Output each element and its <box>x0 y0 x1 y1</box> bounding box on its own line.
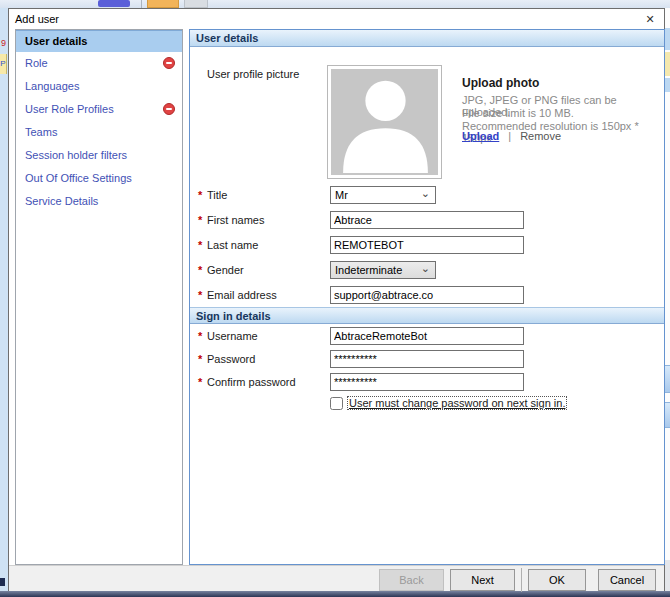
confirm-password-label: Confirm password <box>207 376 296 388</box>
change-password-checkbox-label[interactable]: User must change password on next sign i… <box>347 396 567 410</box>
field-row-title: * Title Mr ⌄ <box>190 186 664 204</box>
sidebar-item-label: User Role Profiles <box>25 103 114 115</box>
error-minus-icon <box>163 103 175 115</box>
email-label: Email address <box>207 289 277 301</box>
password-input[interactable] <box>330 350 524 368</box>
sidebar-item-label: Out Of Office Settings <box>25 172 132 184</box>
sidebar-item-service-details[interactable]: Service Details <box>16 190 182 213</box>
upload-help-line-2: File size limit is 10 MB. <box>462 107 574 119</box>
sidebar-item-label: Languages <box>25 80 79 92</box>
sidebar-item-label: Teams <box>25 126 57 138</box>
required-marker: * <box>198 330 202 342</box>
dialog-footer: Back Next OK Cancel <box>9 565 664 591</box>
title-label: Title <box>207 189 227 201</box>
required-marker: * <box>198 264 202 276</box>
dialog-titlebar: Add user ✕ <box>9 9 664 29</box>
chevron-down-icon: ⌄ <box>421 262 430 275</box>
background-text-fragment <box>0 578 5 586</box>
person-silhouette-icon <box>331 69 438 175</box>
background-tag-fragment: P <box>0 54 7 74</box>
ok-button[interactable]: OK <box>528 569 586 591</box>
field-row-email: * Email address <box>190 286 664 304</box>
link-separator: | <box>508 130 511 142</box>
sidebar-item-session-holder-filters[interactable]: Session holder filters <box>16 144 182 167</box>
username-label: Username <box>207 330 258 342</box>
background-left-strip: 9 P <box>0 8 8 591</box>
background-toolbar-orange-button <box>147 0 179 8</box>
sidebar-item-label: Session holder filters <box>25 149 127 161</box>
upload-photo-heading: Upload photo <box>462 76 539 90</box>
sidebar-item-label: Role <box>25 57 48 69</box>
first-names-label: First names <box>207 214 264 226</box>
gender-select[interactable]: Indeterminate ⌄ <box>330 261 436 279</box>
sidebar: User details Role Languages User Role Pr… <box>15 29 183 565</box>
back-button[interactable]: Back <box>379 569 444 591</box>
main-panel: User details User profile picture Upload… <box>189 29 665 565</box>
screen: 9 P Add user ✕ User details Role Languag… <box>0 0 670 597</box>
required-marker: * <box>198 376 202 388</box>
upload-link[interactable]: Upload <box>462 130 499 142</box>
sidebar-item-languages[interactable]: Languages <box>16 75 182 98</box>
confirm-password-input[interactable] <box>330 373 524 391</box>
background-toolbar-icon <box>98 0 130 7</box>
sidebar-item-teams[interactable]: Teams <box>16 121 182 144</box>
change-password-checkbox[interactable] <box>330 397 343 410</box>
field-row-gender: * Gender Indeterminate ⌄ <box>190 261 664 279</box>
field-row-first-names: * First names <box>190 211 664 229</box>
required-marker: * <box>198 189 202 201</box>
field-row-username: * Username <box>190 327 664 345</box>
required-marker: * <box>198 289 202 301</box>
next-button[interactable]: Next <box>450 569 515 591</box>
profile-picture-label: User profile picture <box>207 68 299 80</box>
remove-link[interactable]: Remove <box>520 130 561 142</box>
sidebar-item-user-details[interactable]: User details <box>16 30 182 52</box>
field-row-confirm-password: * Confirm password <box>190 373 664 391</box>
title-select-value: Mr <box>335 189 348 201</box>
user-details-section-header: User details <box>190 30 664 47</box>
gender-select-value: Indeterminate <box>335 264 402 276</box>
background-toolbar-gray-button <box>184 0 208 8</box>
first-names-input[interactable] <box>330 211 524 229</box>
field-row-password: * Password <box>190 350 664 368</box>
cancel-button[interactable]: Cancel <box>598 569 656 591</box>
title-select[interactable]: Mr ⌄ <box>330 186 436 204</box>
background-number-fragment: 9 <box>1 38 6 48</box>
required-marker: * <box>198 353 202 365</box>
sidebar-item-user-role-profiles[interactable]: User Role Profiles <box>16 98 182 121</box>
sign-in-details-section-header: Sign in details <box>190 307 664 324</box>
change-password-checkbox-row: User must change password on next sign i… <box>330 395 567 411</box>
sidebar-item-label: User details <box>25 35 87 47</box>
sidebar-item-label: Service Details <box>25 195 98 207</box>
chevron-down-icon: ⌄ <box>421 187 430 200</box>
dialog-title: Add user <box>15 13 59 25</box>
error-minus-icon <box>163 57 175 69</box>
background-toolbar-separator <box>141 0 142 8</box>
email-input[interactable] <box>330 286 524 304</box>
gender-label: Gender <box>207 264 244 276</box>
background-top-strip <box>0 0 670 8</box>
profile-picture-placeholder <box>327 65 442 179</box>
last-name-input[interactable] <box>330 236 524 254</box>
background-bottom-strip <box>0 591 670 597</box>
add-user-dialog: Add user ✕ User details Role Languages U… <box>8 8 665 591</box>
sidebar-item-role[interactable]: Role <box>16 52 182 75</box>
required-marker: * <box>198 214 202 226</box>
last-name-label: Last name <box>207 239 258 251</box>
upload-links-row: Upload|Remove <box>462 130 561 142</box>
button-separator <box>521 568 522 592</box>
close-icon[interactable]: ✕ <box>642 11 658 27</box>
field-row-last-name: * Last name <box>190 236 664 254</box>
username-input[interactable] <box>330 327 524 345</box>
password-label: Password <box>207 353 255 365</box>
required-marker: * <box>198 239 202 251</box>
sidebar-item-out-of-office-settings[interactable]: Out Of Office Settings <box>16 167 182 190</box>
